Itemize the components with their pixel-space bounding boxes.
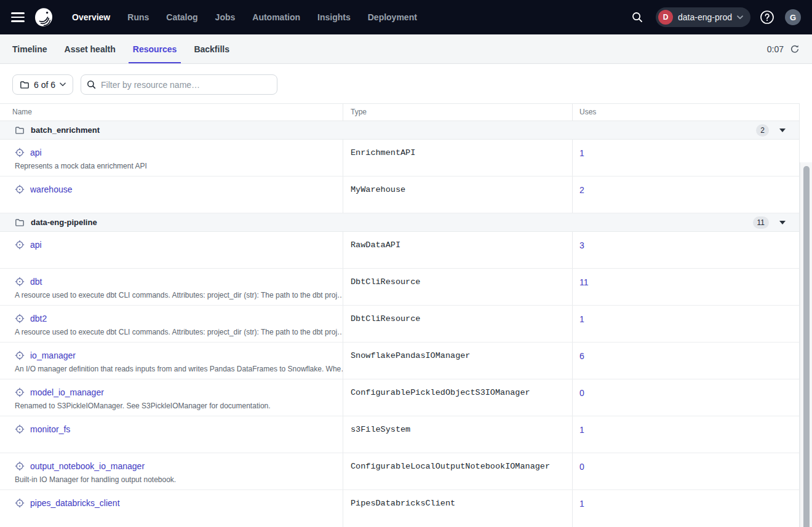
resource-icon	[15, 387, 25, 397]
scope-filter-button[interactable]: 6 of 6	[12, 74, 73, 95]
resource-icon	[15, 148, 25, 157]
uses-count-link[interactable]: 2	[579, 185, 584, 195]
user-avatar[interactable]: G	[785, 9, 801, 25]
group-name: batch_enrichment	[31, 125, 100, 135]
group-row-batch-enrichment[interactable]: batch_enrichment 2	[0, 121, 799, 140]
folder-icon	[15, 125, 25, 135]
uses-count-link[interactable]: 1	[579, 148, 584, 158]
dagster-logo[interactable]	[33, 7, 54, 28]
resource-row-dbt: dbt A resource used to execute dbt CLI c…	[0, 269, 799, 306]
count-badge: 2	[756, 124, 769, 137]
column-header-type: Type	[343, 104, 572, 121]
resource-icon	[15, 351, 25, 360]
nav-item-jobs[interactable]: Jobs	[211, 12, 240, 22]
uses-count-link[interactable]: 11	[579, 277, 589, 287]
nav-item-deployment[interactable]: Deployment	[364, 12, 421, 22]
scrollbar-thumb[interactable]	[803, 166, 810, 527]
resource-icon	[15, 461, 25, 471]
resource-link[interactable]: api	[30, 240, 42, 250]
nav-item-runs[interactable]: Runs	[123, 12, 153, 22]
deployment-name: data-eng-prod	[678, 12, 732, 22]
resource-link[interactable]: monitor_fs	[30, 424, 70, 434]
group-name: data-eng-pipeline	[31, 218, 97, 227]
resource-description: Represents a mock data enrichment API	[15, 162, 330, 170]
resource-type: s3FileSystem	[343, 416, 572, 453]
filter-row: 6 of 6	[0, 64, 812, 103]
resource-type: ConfigurablePickledObjectS3IOManager	[343, 379, 572, 416]
resource-row-output-notebook-io-manager: output_notebook_io_manager Built-in IO M…	[0, 453, 799, 490]
nav-item-overview[interactable]: Overview	[68, 12, 114, 22]
resource-row-warehouse: warehouse MyWarehouse 2	[0, 176, 799, 213]
help-icon[interactable]	[759, 9, 775, 25]
uses-count-link[interactable]: 6	[579, 351, 584, 361]
resource-filter-input[interactable]	[81, 74, 277, 95]
resource-icon	[15, 424, 25, 434]
nav-item-catalog[interactable]: Catalog	[162, 12, 202, 22]
uses-count-link[interactable]: 0	[579, 462, 584, 472]
scrollbar-track[interactable]	[800, 162, 812, 527]
folder-icon	[15, 218, 25, 228]
resource-row-pipes-databricks-client: pipes_databricks_client PipesDatabricksC…	[0, 490, 799, 527]
resource-type: SnowflakePandasIOManager	[343, 343, 572, 379]
refresh-countdown: 0:07	[767, 44, 784, 54]
column-header-uses: Uses	[572, 104, 800, 121]
top-nav: Overview Runs Catalog Jobs Automation In…	[0, 0, 812, 34]
resource-row-monitor-fs: monitor_fs s3FileSystem 1	[0, 416, 799, 453]
resource-link[interactable]: io_manager	[30, 351, 76, 360]
resource-description: A resource used to execute dbt CLI comma…	[15, 291, 330, 299]
scope-filter-label: 6 of 6	[34, 80, 55, 90]
resource-row-api: api Represents a mock data enrichment AP…	[0, 140, 799, 176]
collapse-caret-icon[interactable]	[779, 221, 786, 224]
search-icon	[87, 80, 96, 89]
tab-asset-health[interactable]: Asset health	[60, 34, 120, 63]
resource-type: ConfigurableLocalOutputNotebookIOManager	[343, 453, 572, 489]
search-icon[interactable]	[627, 7, 647, 27]
collapse-caret-icon[interactable]	[779, 129, 786, 132]
tab-timeline[interactable]: Timeline	[8, 34, 52, 63]
resource-type: MyWarehouse	[343, 176, 572, 213]
uses-count-link[interactable]: 1	[579, 314, 584, 324]
resource-icon	[15, 240, 25, 250]
resource-row-dbt2: dbt2 A resource used to execute dbt CLI …	[0, 306, 799, 343]
resource-link[interactable]: dbt	[30, 277, 42, 287]
group-row-data-eng-pipeline[interactable]: data-eng-pipeline 11	[0, 213, 799, 232]
uses-count-link[interactable]: 1	[579, 499, 584, 509]
refresh-icon[interactable]	[790, 44, 800, 54]
resource-type: RawDataAPI	[343, 232, 572, 268]
resource-type: EnrichmentAPI	[343, 140, 572, 176]
count-badge: 11	[753, 216, 769, 229]
resource-description: An I/O manager definition that reads inp…	[15, 365, 330, 373]
resource-icon	[15, 498, 25, 508]
nav-item-automation[interactable]: Automation	[248, 12, 304, 22]
table-header: Name Type Uses	[0, 103, 799, 121]
menu-icon[interactable]	[11, 10, 26, 25]
overview-tabbar: Timeline Asset health Resources Backfill…	[0, 34, 812, 64]
deployment-initial-badge: D	[658, 10, 673, 25]
tab-resources[interactable]: Resources	[129, 34, 181, 63]
resource-link[interactable]: api	[30, 148, 42, 157]
resource-description: A resource used to execute dbt CLI comma…	[15, 328, 330, 336]
resource-type: PipesDatabricksClient	[343, 490, 572, 527]
resource-icon	[15, 184, 25, 194]
resource-row-api-2: api RawDataAPI 3	[0, 232, 799, 269]
resource-link[interactable]: model_io_manager	[30, 387, 104, 397]
chevron-down-icon	[60, 82, 66, 87]
folder-icon	[20, 80, 30, 90]
resource-icon	[15, 277, 25, 287]
resource-type: DbtCliResource	[343, 269, 572, 305]
resources-table: Name Type Uses batch_enrichment 2 api Re…	[0, 103, 800, 527]
resource-link[interactable]: dbt2	[30, 314, 47, 323]
deployment-switcher[interactable]: D data-eng-prod	[656, 7, 750, 27]
resource-description: Built-in IO Manager for handling output …	[15, 475, 330, 484]
tab-backfills[interactable]: Backfills	[189, 34, 234, 63]
resource-row-io-manager: io_manager An I/O manager definition tha…	[0, 343, 799, 379]
resource-link[interactable]: pipes_databricks_client	[30, 498, 120, 508]
uses-count-link[interactable]: 0	[579, 388, 584, 398]
resource-link[interactable]: output_notebook_io_manager	[30, 461, 145, 471]
nav-item-insights[interactable]: Insights	[313, 12, 355, 22]
uses-count-link[interactable]: 3	[579, 240, 584, 250]
uses-count-link[interactable]: 1	[579, 425, 584, 435]
resource-description: Renamed to S3PickleIOManager. See S3Pick…	[15, 402, 330, 410]
column-header-name: Name	[0, 104, 343, 121]
resource-link[interactable]: warehouse	[30, 184, 73, 194]
